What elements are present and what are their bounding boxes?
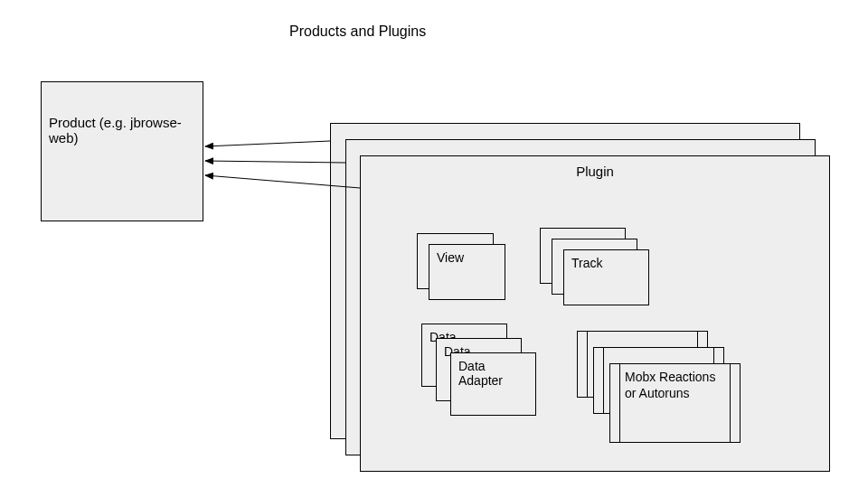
mobx-label: Mobx Reactions or Autoruns [625,370,715,400]
product-label: Product (e.g. jbrowse-web) [49,115,195,145]
plugin-stack-front: Plugin [360,155,830,472]
plugin-title: Plugin [361,164,829,179]
diagram-title: Products and Plugins [289,23,426,40]
track-stack-front: Track [563,249,649,305]
product-box: Product (e.g. jbrowse-web) [41,81,203,221]
arrow-plugin-mid-to-product [205,161,345,163]
track-label: Track [571,256,602,270]
mobx-stack-front: Mobx Reactions or Autoruns [609,363,741,443]
data-adapter-stack-front: Data Adapter [450,352,536,416]
view-stack-front: View [429,244,505,300]
arrow-plugin-back-to-product [205,141,330,146]
view-label: View [437,250,464,265]
data-adapter-label: Data Adapter [458,359,503,388]
